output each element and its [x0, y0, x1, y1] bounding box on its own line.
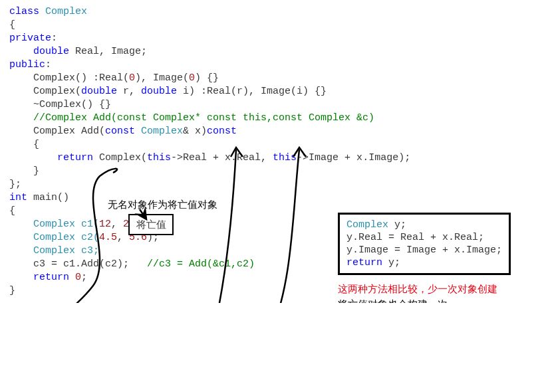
- colon: :: [45, 59, 51, 70]
- amp: &: [183, 126, 195, 137]
- param-x: x): [195, 126, 207, 137]
- type-complex: Complex: [346, 219, 388, 231]
- rbox-l3: y.Image = Image + x.Image;: [346, 244, 502, 256]
- literal-0: 0: [129, 72, 135, 84]
- rbox-l1-rest: y;: [388, 219, 406, 231]
- brace: {: [9, 138, 535, 151]
- type-complex: Complex: [39, 6, 87, 17]
- literal-0: 0: [189, 72, 195, 84]
- xvalue-box: 将亡值: [128, 214, 174, 235]
- rbox-l2: y.Real = Real + x.Real;: [346, 231, 502, 244]
- keyword-double: double: [141, 86, 177, 97]
- keyword-private: private: [9, 33, 51, 44]
- semi: ;: [81, 272, 87, 283]
- ctor0-pre: Complex() :Real(: [9, 72, 129, 84]
- keyword-double: double: [33, 46, 69, 57]
- c1-pre: Complex c1(: [9, 219, 99, 230]
- param-r: r,: [117, 86, 141, 97]
- assign-comment: //c3 = Add(&c1,c2): [147, 258, 255, 270]
- class-close: };: [9, 178, 535, 191]
- alternative-code-box: Complex y; y.Real = Real + x.Real; y.Ima…: [338, 213, 511, 275]
- keyword-this: this: [147, 152, 171, 163]
- type-complex: Complex: [135, 126, 183, 137]
- indent: [9, 152, 57, 163]
- colon: :: [51, 33, 57, 44]
- return-arrow2: ->Image + x.Image);: [297, 152, 410, 163]
- ctor1-rest: i) :Real(r), Image(i) {}: [177, 86, 327, 97]
- ret0-body: [69, 272, 75, 283]
- ctor0-mid: ), Image(: [135, 72, 189, 84]
- brace: {: [9, 19, 535, 32]
- keyword-const: const: [105, 126, 135, 137]
- ret0-pre: [9, 272, 33, 283]
- return-body: Complex(: [93, 152, 147, 163]
- note-comparison-red: 这两种方法相比较，少一次对象创建: [338, 282, 497, 296]
- note-comparison-black: 将亡值对象也会构建一次: [338, 298, 448, 303]
- comma: ,: [117, 232, 129, 243]
- keyword-const: const: [207, 126, 237, 137]
- keyword-public: public: [9, 59, 45, 70]
- literal-0: 0: [75, 272, 81, 283]
- xvalue-label: 将亡值: [136, 218, 166, 231]
- brace-close: }: [9, 165, 535, 178]
- dtor-line: ~Complex() {}: [9, 98, 535, 112]
- add-pre: Complex Add(: [9, 126, 105, 137]
- keyword-return: return: [346, 257, 382, 268]
- ctor0-end: ) {}: [195, 72, 219, 84]
- comment-add-sig: //Complex Add(const Complex* const this,…: [9, 112, 535, 125]
- c3-decl: Complex c3;: [9, 245, 99, 256]
- keyword-double: double: [81, 86, 117, 97]
- rbox-l4-rest: y;: [382, 257, 400, 268]
- return-arrow1: ->Real + x.Real,: [171, 152, 273, 163]
- main-sig: main(): [27, 192, 69, 203]
- keyword-int: int: [9, 192, 27, 203]
- literal: 12: [99, 219, 111, 230]
- keyword-class: class: [9, 6, 39, 17]
- ctor1-pre: Complex(: [9, 86, 81, 97]
- c2-pre: Complex c2(: [9, 232, 99, 243]
- assign-line: c3 = c1.Add(c2);: [9, 258, 147, 270]
- literal: 4.5: [99, 232, 117, 243]
- annotation-anonymous-object: 无名对象作为将亡值对象: [108, 198, 217, 211]
- keyword-return: return: [33, 272, 69, 283]
- field-decl: Real, Image;: [69, 46, 147, 57]
- keyword-return: return: [57, 152, 93, 163]
- keyword-this: this: [273, 152, 297, 163]
- comma: ,: [111, 219, 123, 230]
